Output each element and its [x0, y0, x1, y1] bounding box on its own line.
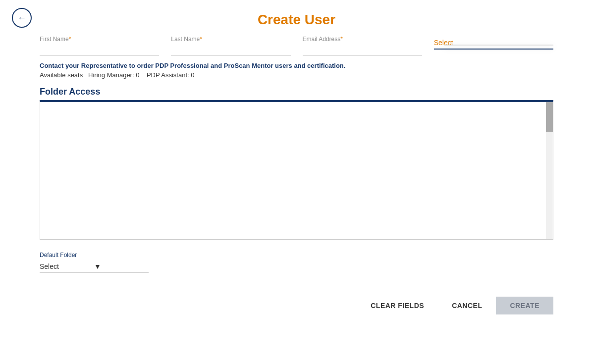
create-button[interactable]: CREATE: [496, 297, 553, 314]
email-field: Email Address*: [303, 36, 422, 56]
available-seats: Available seats Hiring Manager: 0 PDP As…: [40, 71, 553, 79]
footer-buttons: CLEAR FIELDS CANCEL CREATE: [0, 287, 593, 324]
scrollbar-thumb[interactable]: [546, 102, 553, 132]
email-label: Email Address*: [303, 36, 422, 43]
role-select[interactable]: Select: [434, 37, 553, 50]
default-folder-select[interactable]: Select ▼: [40, 260, 149, 273]
role-field: Select: [434, 36, 553, 56]
folder-access-title: Folder Access: [40, 87, 553, 101]
first-name-field: First Name*: [40, 36, 159, 56]
contact-notice: Contact your Representative to order PDP…: [40, 62, 553, 69]
folder-access-container: [40, 101, 553, 240]
last-name-field: Last Name*: [171, 36, 290, 56]
clear-fields-button[interactable]: CLEAR FIELDS: [357, 297, 438, 314]
last-name-label: Last Name*: [171, 36, 290, 43]
default-folder-value: Select: [40, 262, 94, 270]
page-header: ← Create User: [0, 0, 593, 36]
dropdown-arrow-icon: ▼: [94, 262, 149, 270]
last-name-input[interactable]: [171, 44, 290, 56]
role-dropdown: [444, 45, 553, 46]
cancel-button[interactable]: CANCEL: [438, 297, 496, 314]
form-row-1: First Name* Last Name* Email Address* Se…: [40, 36, 553, 56]
main-content: First Name* Last Name* Email Address* Se…: [0, 36, 593, 287]
default-folder-label: Default Folder: [40, 252, 553, 259]
default-folder-section: Default Folder Select ▼: [40, 252, 553, 273]
first-name-input[interactable]: [40, 44, 159, 56]
page-title: Create User: [0, 12, 593, 28]
email-input[interactable]: [303, 44, 422, 56]
first-name-label: First Name*: [40, 36, 159, 43]
back-button[interactable]: ←: [12, 8, 32, 28]
scrollbar-track[interactable]: [546, 102, 553, 239]
